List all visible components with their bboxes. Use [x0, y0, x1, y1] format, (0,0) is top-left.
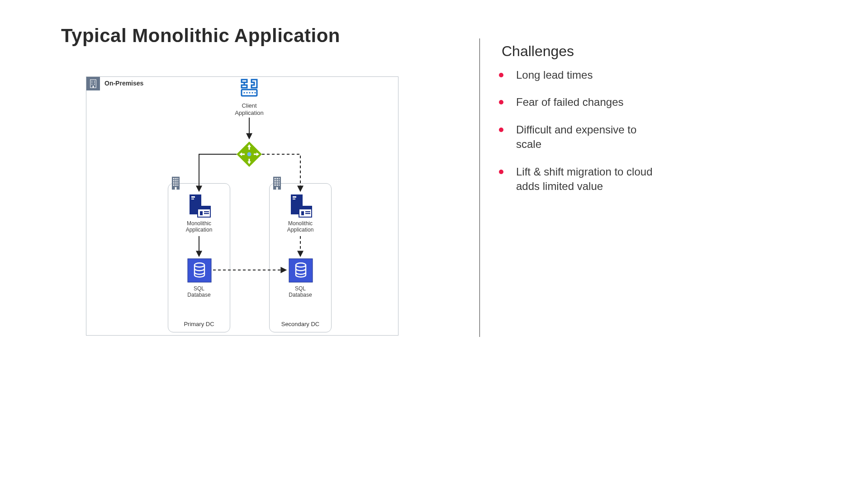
challenge-text: Long lead times — [516, 68, 593, 82]
secondary-db-label: SQL Database — [270, 286, 331, 298]
svg-rect-57 — [276, 187, 278, 190]
svg-rect-1 — [91, 81, 92, 82]
svg-rect-28 — [175, 182, 177, 184]
svg-rect-23 — [177, 178, 178, 180]
svg-point-12 — [251, 92, 253, 93]
page-title: Typical Monolithic Application — [61, 25, 340, 47]
secondary-app-label: Monolithic Application — [270, 221, 331, 233]
primary-app-label: Monolithic Application — [168, 221, 230, 233]
svg-rect-59 — [293, 196, 296, 198]
svg-rect-38 — [198, 206, 210, 209]
svg-rect-29 — [177, 182, 178, 184]
svg-rect-53 — [279, 182, 280, 184]
list-item: Long lead times — [495, 68, 658, 82]
svg-point-11 — [249, 92, 250, 93]
svg-rect-21 — [173, 178, 175, 180]
sql-database-icon — [187, 258, 212, 284]
challenges-heading: Challenges — [495, 43, 658, 60]
secondary-dc-title: Secondary DC — [270, 321, 331, 327]
list-item: Difficult and expensive to scale — [495, 123, 658, 152]
svg-rect-7 — [93, 86, 94, 88]
svg-rect-46 — [277, 178, 278, 180]
svg-rect-39 — [200, 211, 203, 215]
slide: Typical Monolithic Application Challenge… — [0, 0, 868, 488]
client-application-label: Client Application — [222, 102, 276, 116]
svg-rect-64 — [305, 211, 310, 212]
svg-rect-48 — [275, 180, 276, 181]
svg-rect-36 — [191, 199, 194, 199]
svg-rect-3 — [91, 82, 92, 83]
svg-rect-63 — [301, 211, 304, 215]
svg-rect-30 — [173, 185, 175, 186]
svg-rect-51 — [275, 182, 276, 184]
svg-rect-54 — [275, 185, 276, 186]
svg-rect-6 — [94, 84, 95, 85]
client-application-icon — [236, 79, 263, 99]
svg-rect-49 — [277, 180, 278, 181]
office-icon — [273, 176, 281, 190]
router-icon — [236, 141, 263, 168]
svg-rect-41 — [204, 213, 209, 214]
challenge-text: Fear of failed changes — [516, 95, 623, 109]
svg-rect-56 — [279, 185, 280, 186]
bullet-icon — [499, 170, 503, 174]
svg-rect-26 — [177, 180, 178, 181]
office-icon — [171, 176, 180, 190]
monolithic-app-icon — [288, 194, 314, 220]
onprem-label: On-Premises — [104, 80, 143, 87]
svg-point-19 — [247, 152, 251, 156]
challenges-panel: Challenges Long lead times Fear of faile… — [495, 43, 658, 206]
primary-dc-title: Primary DC — [168, 321, 230, 327]
svg-rect-47 — [279, 178, 280, 180]
monolithic-app-icon — [186, 194, 213, 220]
svg-rect-24 — [173, 180, 175, 181]
svg-rect-32 — [177, 185, 178, 186]
bullet-icon — [499, 100, 503, 104]
bullet-icon — [499, 128, 503, 132]
svg-rect-45 — [275, 178, 276, 180]
svg-rect-65 — [305, 213, 310, 214]
svg-point-9 — [243, 92, 245, 93]
diagram-container: On-Premises Client A — [86, 76, 398, 336]
building-icon — [89, 79, 97, 89]
svg-rect-31 — [175, 185, 177, 186]
svg-rect-35 — [191, 196, 195, 198]
challenge-text: Lift & shift migration to cloud adds lim… — [516, 165, 658, 194]
challenges-list: Long lead times Fear of failed changes D… — [495, 68, 658, 194]
list-item: Lift & shift migration to cloud adds lim… — [495, 165, 658, 194]
svg-point-10 — [246, 92, 247, 93]
onprem-badge — [86, 77, 100, 90]
svg-rect-27 — [173, 182, 175, 184]
svg-rect-5 — [91, 84, 92, 85]
svg-rect-22 — [175, 178, 177, 180]
svg-rect-55 — [277, 185, 278, 186]
svg-rect-33 — [175, 187, 177, 190]
svg-rect-50 — [279, 180, 280, 181]
primary-dc-box: Monolithic Application SQL Database Prim… — [168, 183, 230, 332]
svg-rect-52 — [277, 182, 278, 184]
svg-rect-25 — [175, 180, 177, 181]
svg-rect-40 — [204, 211, 209, 212]
svg-rect-2 — [94, 81, 95, 82]
svg-rect-62 — [299, 206, 312, 209]
bullet-icon — [499, 73, 503, 77]
svg-rect-60 — [293, 199, 295, 199]
svg-rect-4 — [94, 82, 95, 83]
secondary-dc-box: Monolithic Application SQL Database Seco… — [269, 183, 332, 332]
sql-database-icon — [289, 258, 313, 284]
svg-point-13 — [254, 92, 256, 93]
primary-db-label: SQL Database — [168, 286, 230, 298]
challenge-text: Difficult and expensive to scale — [516, 123, 658, 152]
list-item: Fear of failed changes — [495, 95, 658, 109]
vertical-divider — [479, 38, 480, 337]
